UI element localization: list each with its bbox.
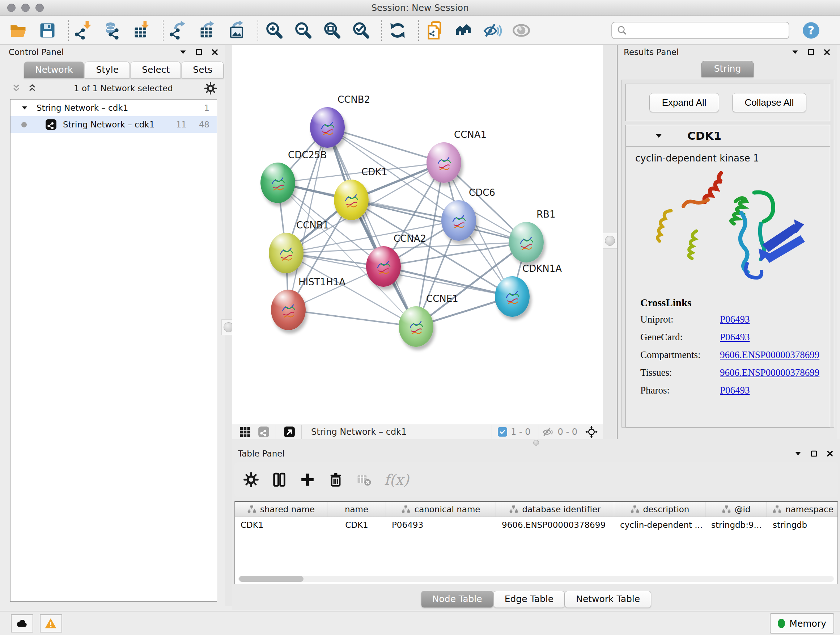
trash-button[interactable] (328, 472, 344, 488)
columns-button[interactable] (271, 472, 287, 488)
network-edge[interactable] (384, 266, 512, 296)
table-cell[interactable]: cyclin-dependent ... (614, 517, 706, 533)
crosslink-link[interactable]: P06493 (720, 385, 750, 396)
table-row[interactable]: CDK1CDK1P064939606.ENSP00000378699cyclin… (235, 517, 838, 533)
right-splitter-handle[interactable] (603, 233, 617, 249)
column-header-database-identifier[interactable]: database identifier (496, 502, 614, 516)
add-button[interactable] (300, 472, 316, 488)
home-layout-button[interactable] (454, 21, 473, 40)
float-panel-icon[interactable] (807, 48, 815, 57)
hide-graphics-details-button[interactable] (483, 21, 502, 40)
network-options-gear-icon[interactable] (204, 82, 217, 95)
save-session-button[interactable] (38, 21, 57, 40)
import-table-button[interactable] (133, 21, 152, 40)
warnings-button[interactable] (40, 614, 62, 632)
export-table-button[interactable] (198, 21, 218, 40)
close-panel-icon[interactable] (826, 449, 834, 458)
export-network-button[interactable] (169, 21, 189, 40)
gear-button[interactable] (243, 472, 259, 488)
tab-sets[interactable]: Sets (182, 62, 224, 78)
column-header-description[interactable]: description (614, 502, 706, 516)
grid-view-icon[interactable] (239, 426, 251, 438)
float-panel-icon[interactable] (195, 48, 203, 57)
network-node-CDC25B[interactable] (261, 163, 295, 203)
network-node-CCNA1[interactable] (426, 142, 461, 183)
zoom-fit-button[interactable] (322, 21, 341, 40)
network-node-CCNE1[interactable] (399, 306, 433, 347)
float-panel-icon[interactable] (810, 449, 818, 458)
expand-all-networks-icon[interactable] (27, 83, 38, 94)
table-cell[interactable]: 9606.ENSP00000378699 (496, 517, 614, 533)
collapse-panel-icon[interactable] (794, 449, 802, 458)
collapse-all-button[interactable]: Collapse All (732, 93, 807, 112)
network-collection-row[interactable]: String Network – cdk1 1 (11, 100, 217, 116)
network-row[interactable]: String Network – cdk1 11 48 (11, 116, 217, 133)
delete-table-button[interactable] (356, 472, 372, 488)
table-cell[interactable]: CDK1 (327, 517, 386, 533)
tab-style[interactable]: Style (85, 62, 130, 78)
import-network-database-button[interactable] (103, 21, 123, 40)
network-node-CCNB2[interactable] (310, 107, 345, 148)
network-canvas[interactable]: CCNB2CCNA1CDC25BCDK1CDC6RB1CCNB1CCNA2CDK… (232, 45, 603, 424)
tab-edge-table[interactable]: Edge Table (493, 591, 565, 608)
network-node-CDC6[interactable] (441, 200, 476, 241)
cloud-button[interactable] (11, 614, 33, 632)
table-horizontal-scrollbar[interactable] (238, 576, 834, 582)
tab-node-table[interactable]: Node Table (421, 591, 493, 608)
fit-crosshair-icon[interactable] (585, 426, 598, 438)
network-node-CDK1[interactable] (334, 180, 369, 220)
column-header-canonical-name[interactable]: canonical name (386, 502, 496, 516)
export-image-button[interactable] (227, 21, 247, 40)
table-cell[interactable]: stringdb (767, 517, 838, 533)
horizontal-splitter[interactable] (232, 439, 840, 447)
import-network-button[interactable] (74, 21, 94, 40)
network-node-CCNB1[interactable] (269, 233, 303, 273)
collapse-panel-icon[interactable] (791, 48, 799, 57)
search-input[interactable] (630, 25, 784, 35)
open-session-button[interactable] (9, 21, 28, 40)
close-panel-icon[interactable] (210, 48, 219, 57)
help-button[interactable]: ? (802, 21, 821, 40)
collapse-all-networks-icon[interactable] (11, 83, 22, 94)
network-edge[interactable] (288, 310, 416, 326)
expand-all-button[interactable]: Expand All (649, 93, 719, 112)
share-view-icon[interactable] (257, 426, 270, 438)
collection-expand-icon[interactable] (21, 104, 28, 112)
show-graphics-details-button[interactable] (512, 21, 531, 40)
collapse-panel-icon[interactable] (179, 48, 187, 57)
network-edge[interactable] (327, 127, 444, 163)
tab-network[interactable]: Network (24, 62, 84, 78)
crosslink-link[interactable]: P06493 (720, 314, 750, 325)
table-cell[interactable]: CDK1 (235, 517, 327, 533)
section-expand-icon[interactable] (654, 131, 663, 141)
column-header-namespace[interactable]: namespace (767, 502, 838, 516)
gene-section-header[interactable]: CDK1 (626, 125, 830, 147)
horizontal-splitter-handle[interactable] (533, 440, 539, 446)
first-neighbors-button[interactable] (425, 21, 444, 40)
network-node-RB1[interactable] (509, 222, 544, 263)
scrollbar-thumb[interactable] (239, 576, 303, 582)
detach-view-icon[interactable] (283, 426, 295, 438)
search-field[interactable] (611, 22, 789, 39)
crosslink-link[interactable]: 9606.ENSP00000378699 (720, 349, 819, 361)
zoom-in-button[interactable] (264, 21, 284, 40)
network-node-CCNA2[interactable] (366, 246, 401, 287)
column-header--id[interactable]: @id (706, 502, 767, 516)
crosslink-link[interactable]: 9606.ENSP00000378699 (720, 367, 819, 378)
crosslink-link[interactable]: P06493 (720, 332, 750, 343)
tab-select[interactable]: Select (131, 62, 181, 78)
column-header-shared-name[interactable]: shared name (235, 502, 327, 516)
tab-network-table[interactable]: Network Table (565, 591, 651, 608)
refresh-view-button[interactable] (388, 21, 407, 40)
memory-button[interactable]: Memory (770, 613, 834, 633)
column-header-name[interactable]: name (327, 502, 386, 516)
zoom-selected-button[interactable] (351, 21, 370, 40)
table-cell[interactable]: stringdb:9... (706, 517, 767, 533)
network-node-CDKN1A[interactable] (495, 276, 530, 317)
fx-formula-button[interactable]: f(x) (384, 471, 409, 488)
table-cell[interactable]: P06493 (386, 517, 496, 533)
tab-string[interactable]: String (701, 61, 754, 77)
close-panel-icon[interactable] (823, 48, 831, 57)
zoom-out-button[interactable] (293, 21, 313, 40)
network-edge[interactable] (327, 127, 416, 326)
